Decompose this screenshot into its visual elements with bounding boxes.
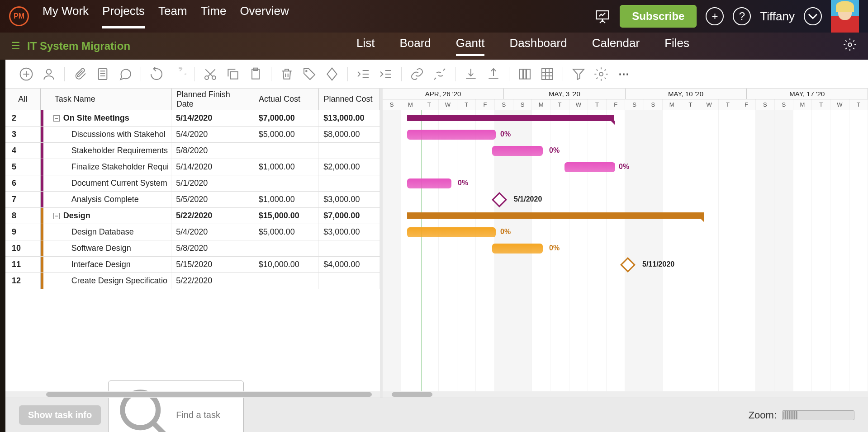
gantt-task-bar[interactable] <box>407 227 496 237</box>
collapse-icon[interactable]: − <box>53 115 60 122</box>
task-name[interactable]: Create Design Specificatio <box>50 273 171 289</box>
gantt-task-bar[interactable] <box>407 130 496 140</box>
actual-cost[interactable]: $1,000.00 <box>254 192 319 207</box>
gantt-task-bar[interactable] <box>564 162 615 172</box>
indent-icon[interactable] <box>379 67 393 81</box>
table-row[interactable]: 3 Discussions with Stakehol 5/4/2020 $5,… <box>5 127 380 143</box>
table-row[interactable]: 7 Analysis Complete 5/5/2020 $1,000.00 $… <box>5 192 380 208</box>
table-row[interactable]: 8 −Design 5/22/2020 $15,000.00 $7,000.00 <box>5 208 380 224</box>
task-name[interactable]: Software Design <box>50 240 171 256</box>
attach-icon[interactable] <box>73 67 87 81</box>
task-name[interactable]: Analysis Complete <box>50 192 171 207</box>
table-row[interactable]: 5 Finalize Stakeholder Requi 5/14/2020 $… <box>5 159 380 175</box>
planned-finish[interactable]: 5/14/2020 <box>171 159 254 175</box>
planned-finish[interactable]: 5/4/2020 <box>171 127 254 142</box>
planned-cost[interactable]: $3,000.00 <box>319 224 380 240</box>
gantt-row[interactable]: 5/11/2020 <box>383 257 868 273</box>
collapse-icon[interactable]: − <box>53 213 60 219</box>
paste-icon[interactable] <box>248 67 263 81</box>
planned-cost[interactable]: $3,000.00 <box>319 192 380 207</box>
col-actual[interactable]: Actual Cost <box>254 89 319 110</box>
planned-cost[interactable]: $4,000.00 <box>319 257 380 272</box>
gantt-summary-bar[interactable] <box>407 212 704 219</box>
planned-finish[interactable]: 5/8/2020 <box>171 240 254 256</box>
gantt-row[interactable]: 0% <box>383 240 868 257</box>
planned-finish[interactable]: 5/4/2020 <box>171 224 254 240</box>
gantt-task-bar[interactable] <box>492 146 543 156</box>
planned-finish[interactable]: 5/14/2020 <box>171 110 254 126</box>
link-icon[interactable] <box>410 67 424 81</box>
actual-cost[interactable]: $7,000.00 <box>254 110 319 126</box>
gantt-task-bar[interactable] <box>407 178 451 188</box>
outdent-icon[interactable] <box>356 67 370 81</box>
planned-finish[interactable]: 5/1/2020 <box>171 175 254 191</box>
cut-icon[interactable] <box>203 67 218 81</box>
filter-icon[interactable] <box>571 67 586 81</box>
gantt-row[interactable]: 0% <box>383 143 868 159</box>
table-hscroll[interactable] <box>5 391 380 398</box>
planned-cost[interactable]: $13,000.00 <box>319 110 380 126</box>
planned-finish[interactable]: 5/15/2020 <box>171 257 254 272</box>
table-row[interactable]: 2 −On Site Meetings 5/14/2020 $7,000.00 … <box>5 110 380 127</box>
avatar[interactable] <box>831 0 859 33</box>
task-name[interactable]: Design Database <box>50 224 171 240</box>
gantt-body[interactable]: 0% 0% 0% 0% 5/1/2020 0% 0% 5/11/2020 <box>383 110 868 391</box>
redo-icon[interactable] <box>172 67 186 81</box>
gantt-row[interactable]: 0% <box>383 224 868 240</box>
zoom-slider[interactable] <box>782 410 854 420</box>
planned-cost[interactable]: $2,000.00 <box>319 159 380 175</box>
table-row[interactable]: 9 Design Database 5/4/2020 $5,000.00 $3,… <box>5 224 380 240</box>
nav-team[interactable]: Team <box>158 4 187 28</box>
project-name[interactable]: IT System Migration <box>27 40 130 52</box>
user-menu-chevron[interactable] <box>804 7 822 25</box>
nav-overview[interactable]: Overview <box>240 4 289 28</box>
col-planned[interactable]: Planned Cost <box>319 89 380 110</box>
subscribe-button[interactable]: Subscribe <box>620 5 697 28</box>
table-row[interactable]: 12 Create Design Specificatio 5/22/2020 <box>5 273 380 289</box>
planned-cost[interactable]: $7,000.00 <box>319 208 380 224</box>
gantt-task-bar[interactable] <box>492 244 543 254</box>
assign-icon[interactable] <box>42 67 56 81</box>
notes-icon[interactable] <box>95 67 110 81</box>
show-task-info-button[interactable]: Show task info <box>19 405 101 425</box>
gantt-row[interactable]: 5/1/2020 <box>383 192 868 208</box>
unlink-icon[interactable] <box>432 67 447 81</box>
task-name[interactable]: Stakeholder Requirements <box>50 143 171 159</box>
table-row[interactable]: 4 Stakeholder Requirements 5/8/2020 <box>5 143 380 159</box>
task-name[interactable]: −Design <box>50 208 171 224</box>
col-name[interactable]: Task Name <box>50 89 172 110</box>
gantt-milestone[interactable] <box>620 257 636 272</box>
task-name[interactable]: Document Current System <box>50 175 171 191</box>
gantt-row[interactable] <box>383 208 868 224</box>
planned-finish[interactable]: 5/22/2020 <box>171 208 254 224</box>
tab-list[interactable]: List <box>356 36 375 56</box>
nav-my-work[interactable]: My Work <box>43 4 89 28</box>
planned-finish[interactable]: 5/8/2020 <box>171 143 254 159</box>
col-all[interactable]: All <box>5 89 41 110</box>
planned-cost[interactable] <box>319 175 380 191</box>
gantt-row[interactable]: 0% <box>383 175 868 192</box>
tab-files[interactable]: Files <box>664 36 689 56</box>
grid-icon[interactable] <box>540 67 555 81</box>
tag-icon[interactable] <box>302 67 317 81</box>
delete-icon[interactable] <box>280 67 294 81</box>
gantt-row[interactable] <box>383 110 868 127</box>
tab-dashboard[interactable]: Dashboard <box>509 36 567 56</box>
table-row[interactable]: 10 Software Design 5/8/2020 <box>5 240 380 257</box>
tab-calendar[interactable]: Calendar <box>592 36 640 56</box>
more-icon[interactable]: ⋯ <box>617 67 631 81</box>
help-button[interactable]: ? <box>733 7 751 25</box>
columns-icon[interactable] <box>517 67 532 81</box>
actual-cost[interactable]: $15,000.00 <box>254 208 319 224</box>
tab-board[interactable]: Board <box>399 36 431 56</box>
add-task-icon[interactable] <box>19 67 33 81</box>
copy-icon[interactable] <box>226 67 240 81</box>
logo[interactable]: PM <box>9 6 29 26</box>
nav-projects[interactable]: Projects <box>102 4 145 28</box>
actual-cost[interactable] <box>254 273 319 289</box>
actual-cost[interactable]: $5,000.00 <box>254 224 319 240</box>
zoom-thumb[interactable] <box>783 411 798 419</box>
actual-cost[interactable]: $10,000.00 <box>254 257 319 272</box>
gantt-hscroll[interactable] <box>383 391 868 398</box>
gantt-row[interactable]: 0% <box>383 159 868 175</box>
